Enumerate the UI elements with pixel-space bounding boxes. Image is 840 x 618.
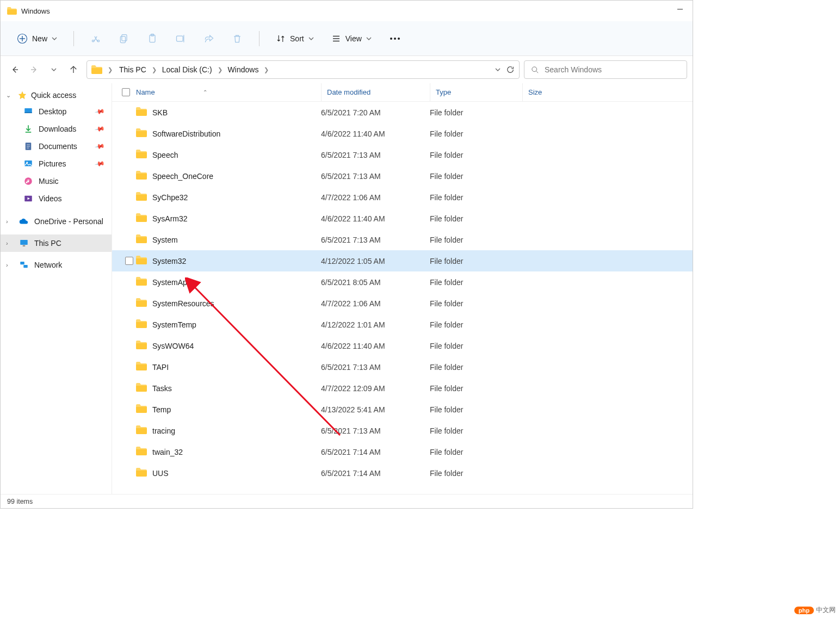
row-checkbox[interactable]	[122, 384, 136, 392]
chevron-down-icon[interactable]	[495, 67, 501, 72]
row-checkbox[interactable]	[122, 193, 136, 201]
sidebar-item[interactable]: Documents📌	[1, 138, 112, 155]
row-checkbox[interactable]	[122, 108, 136, 116]
search-box[interactable]	[524, 60, 687, 79]
chevron-down-icon	[366, 36, 372, 41]
sidebar-this-pc[interactable]: › This PC	[1, 234, 112, 252]
row-checkbox[interactable]	[122, 405, 136, 413]
breadcrumb-item[interactable]: This PC	[118, 64, 147, 75]
file-row[interactable]: TAPI 6/5/2021 7:13 AM File folder	[112, 356, 693, 378]
svg-rect-30	[23, 245, 26, 246]
file-row[interactable]: SysWOW64 4/6/2022 11:40 AM File folder	[112, 335, 693, 356]
file-row[interactable]: Speech_OneCore 6/5/2021 7:13 AM File fol…	[112, 165, 693, 187]
minimize-button[interactable]	[668, 1, 693, 18]
folder-icon	[136, 383, 147, 393]
chevron-down-icon[interactable]: ⌄	[6, 92, 14, 99]
search-icon	[531, 66, 539, 74]
chevron-right-icon[interactable]: ❯	[106, 66, 115, 73]
column-header-size[interactable]: Size	[522, 83, 577, 101]
select-all-checkbox[interactable]	[122, 88, 136, 96]
watermark-text: 中文网	[816, 605, 836, 615]
sidebar-onedrive[interactable]: › OneDrive - Personal	[1, 213, 112, 230]
row-checkbox[interactable]	[122, 151, 136, 159]
column-header-name[interactable]: Name ⌃	[136, 88, 321, 96]
column-headers: Name ⌃ Date modified Type Size	[112, 83, 693, 102]
file-row[interactable]: SystemTemp 4/12/2022 1:01 AM File folder	[112, 314, 693, 335]
delete-button[interactable]	[226, 29, 248, 48]
sidebar-item-icon	[23, 107, 33, 116]
address-bar-right	[495, 65, 515, 74]
up-button[interactable]	[65, 61, 82, 78]
separator	[259, 31, 260, 46]
nav-arrows	[6, 61, 82, 78]
row-checkbox[interactable]	[122, 129, 136, 138]
quick-access-header[interactable]: ⌄ Quick access	[1, 88, 112, 103]
forward-button[interactable]	[26, 61, 43, 78]
row-checkbox[interactable]	[122, 172, 136, 180]
address-bar[interactable]: ❯ This PC❯Local Disk (C:)❯Windows❯	[87, 60, 520, 79]
file-row[interactable]: SoftwareDistribution 4/6/2022 11:40 AM F…	[112, 123, 693, 144]
row-checkbox[interactable]	[122, 448, 136, 456]
row-checkbox[interactable]	[122, 363, 136, 371]
sidebar-item[interactable]: Music	[1, 172, 112, 190]
chevron-right-icon[interactable]: ❯	[215, 66, 225, 73]
folder-icon	[91, 65, 102, 74]
file-row[interactable]: Temp 4/13/2022 5:41 AM File folder	[112, 399, 693, 420]
sidebar-item[interactable]: Downloads📌	[1, 120, 112, 138]
sidebar-item[interactable]: Pictures📌	[1, 155, 112, 172]
file-row[interactable]: twain_32 6/5/2021 7:14 AM File folder	[112, 441, 693, 462]
file-row[interactable]: Tasks 4/7/2022 12:09 AM File folder	[112, 378, 693, 399]
sort-label: Sort	[290, 34, 304, 43]
search-input[interactable]	[545, 65, 680, 74]
sidebar-network[interactable]: › Network	[1, 256, 112, 274]
sort-button[interactable]: Sort	[270, 30, 319, 47]
file-row[interactable]: UUS 6/5/2021 7:14 AM File folder	[112, 462, 693, 484]
file-row[interactable]: tracing 6/5/2021 7:13 AM File folder	[112, 420, 693, 441]
chevron-right-icon[interactable]: ›	[6, 218, 14, 225]
chevron-right-icon[interactable]: ❯	[262, 66, 271, 73]
chevron-right-icon[interactable]: ❯	[150, 66, 159, 73]
row-checkbox[interactable]	[122, 278, 136, 286]
view-button[interactable]: View	[326, 30, 377, 47]
file-row[interactable]: Speech 6/5/2021 7:13 AM File folder	[112, 144, 693, 165]
breadcrumb-item[interactable]: Windows	[227, 64, 260, 75]
row-checkbox[interactable]	[122, 320, 136, 329]
row-checkbox[interactable]	[122, 427, 136, 435]
chevron-right-icon[interactable]: ›	[6, 240, 14, 246]
back-button[interactable]	[6, 61, 23, 78]
recent-button[interactable]	[45, 61, 63, 78]
file-row[interactable]: System 6/5/2021 7:13 AM File folder	[112, 229, 693, 250]
refresh-icon[interactable]	[506, 65, 515, 74]
row-checkbox[interactable]	[122, 257, 136, 265]
new-button[interactable]: New	[11, 30, 63, 47]
file-row[interactable]: SKB 6/5/2021 7:20 AM File folder	[112, 102, 693, 123]
row-checkbox[interactable]	[122, 236, 136, 244]
file-row[interactable]: SyChpe32 4/7/2022 1:06 AM File folder	[112, 187, 693, 208]
file-row[interactable]: SystemResources 4/7/2022 1:06 AM File fo…	[112, 293, 693, 314]
svg-rect-5	[120, 36, 125, 42]
paste-button[interactable]	[141, 29, 163, 48]
row-name-cell: Speech	[136, 150, 321, 160]
cut-button[interactable]	[85, 29, 107, 48]
sidebar-item[interactable]: Desktop📌	[1, 103, 112, 120]
row-name: SystemApps	[152, 278, 195, 287]
share-button[interactable]	[198, 29, 220, 48]
row-date: 4/12/2022 1:01 AM	[321, 320, 430, 329]
column-header-type[interactable]: Type	[430, 83, 522, 101]
row-checkbox[interactable]	[122, 342, 136, 350]
row-checkbox[interactable]	[122, 469, 136, 477]
sidebar-item-icon	[23, 176, 33, 186]
chevron-right-icon[interactable]: ›	[6, 262, 14, 268]
file-row[interactable]: System32 4/12/2022 1:05 AM File folder	[112, 250, 693, 271]
file-row[interactable]: SystemApps 6/5/2021 8:05 AM File folder	[112, 271, 693, 293]
rename-button[interactable]	[170, 29, 192, 48]
more-button[interactable]	[390, 38, 400, 40]
breadcrumb-item[interactable]: Local Disk (C:)	[161, 64, 213, 75]
sidebar-item[interactable]: Videos	[1, 190, 112, 207]
row-checkbox[interactable]	[122, 214, 136, 223]
column-header-date[interactable]: Date modified	[321, 83, 430, 101]
file-row[interactable]: SysArm32 4/6/2022 11:40 AM File folder	[112, 208, 693, 229]
row-name: SystemResources	[152, 299, 214, 308]
row-checkbox[interactable]	[122, 299, 136, 307]
copy-button[interactable]	[113, 29, 135, 48]
